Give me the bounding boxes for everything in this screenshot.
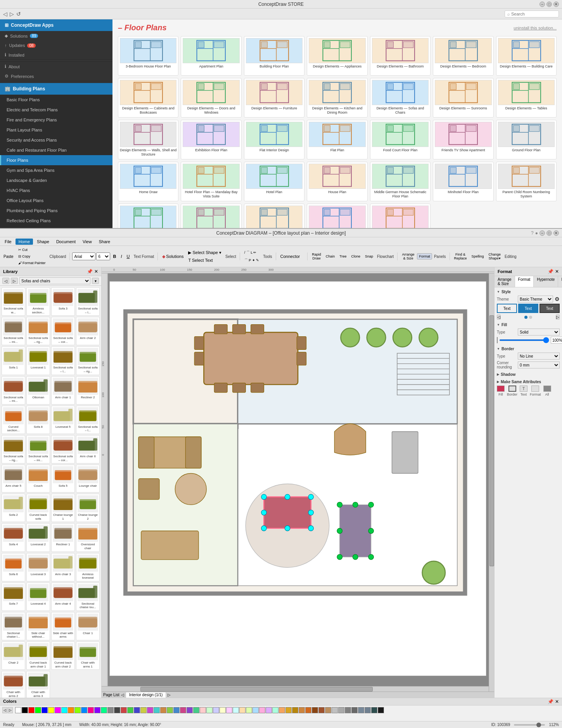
italic-button[interactable]: I bbox=[119, 253, 124, 260]
grid-item-23[interactable]: Hotel Plan bbox=[244, 162, 304, 201]
color-cell-48[interactable] bbox=[332, 707, 338, 713]
style-btn-3[interactable]: Text bbox=[540, 304, 560, 313]
lib-item-13[interactable]: Ottoman bbox=[26, 376, 50, 405]
color-cell-14[interactable] bbox=[107, 707, 114, 713]
font-size-select[interactable]: 6 bbox=[96, 252, 110, 260]
lib-item-30[interactable]: Chaise lounge 1 bbox=[51, 494, 75, 522]
color-cell-43[interactable] bbox=[299, 707, 305, 713]
color-cell-25[interactable] bbox=[180, 707, 186, 713]
color-cell-23[interactable] bbox=[167, 707, 173, 713]
lib-item-40[interactable]: Sofa 7 bbox=[2, 583, 25, 611]
lib-item-47[interactable]: Chair 1 bbox=[76, 612, 100, 640]
lib-item-34[interactable]: Recliner 1 bbox=[51, 523, 75, 552]
grid-item-8[interactable]: Design Elements — Doors and Windows bbox=[181, 78, 241, 118]
grid-item-6[interactable]: Design Elements — Building Care bbox=[496, 36, 557, 76]
library-dropdown-btn[interactable]: ▾ bbox=[92, 278, 99, 284]
sidebar-nav-cafe-and-restaurant-floor-plan[interactable]: Cafe and Restaurant Floor Plan bbox=[0, 145, 112, 155]
color-cell-28[interactable] bbox=[200, 707, 206, 713]
lib-item-44[interactable]: Sectional chaise l... bbox=[2, 612, 25, 640]
lib-item-28[interactable]: Sofa 2 bbox=[2, 494, 25, 522]
library-forward-btn[interactable]: ▷ bbox=[11, 278, 18, 284]
color-cell-26[interactable] bbox=[187, 707, 193, 713]
color-cell-10[interactable] bbox=[81, 707, 87, 713]
arrange-size-button[interactable]: Arrange& Size bbox=[400, 251, 416, 261]
grid-item-7[interactable]: Design Elements — Cabinets and Bookcases bbox=[118, 78, 178, 118]
lib-item-31[interactable]: Chaise lounge 2 bbox=[76, 494, 100, 522]
color-cell-27[interactable] bbox=[193, 707, 199, 713]
color-cell-4[interactable] bbox=[42, 707, 48, 713]
lib-item-7[interactable]: Arm chair 2 bbox=[76, 317, 100, 345]
color-cell-15[interactable] bbox=[114, 707, 120, 713]
diag-minimize-button[interactable]: – bbox=[540, 230, 545, 236]
grid-item-32[interactable]: White House West Wing – 1st Floor bbox=[370, 204, 431, 228]
lib-item-17[interactable]: Sofa 8 bbox=[26, 406, 50, 434]
colors-pin-button[interactable]: 📌 bbox=[548, 699, 553, 704]
lib-item-52[interactable]: Chair with arms 2 bbox=[2, 671, 25, 698]
make-same-border-btn[interactable]: Border bbox=[507, 386, 517, 396]
color-nav-prev[interactable]: ◁ bbox=[2, 707, 7, 713]
color-cell-30[interactable] bbox=[213, 707, 219, 713]
grid-item-26[interactable]: Minihotel Floor Plan bbox=[433, 162, 493, 201]
fill-opacity-input[interactable] bbox=[551, 337, 562, 344]
select-text-button[interactable]: T Select Text bbox=[186, 257, 223, 264]
lib-item-53[interactable]: Chair with arms 3 bbox=[26, 671, 50, 698]
canvas-body[interactable]: 0 50 100 150 bbox=[102, 273, 494, 692]
lib-item-50[interactable]: Curved back arm chair 2 bbox=[51, 642, 75, 670]
solutions-button[interactable]: ◆ Solutions bbox=[160, 253, 185, 260]
sidebar-preferences-item[interactable]: ⚙ Preferences bbox=[0, 71, 112, 81]
library-close-button[interactable]: ✕ bbox=[94, 269, 98, 274]
grid-item-11[interactable]: Design Elements — Sofas and Chairs bbox=[370, 78, 431, 118]
lib-item-12[interactable]: Sectional sofa – mi... bbox=[2, 376, 25, 405]
copy-button[interactable]: ⊟ Copy bbox=[16, 253, 48, 259]
grid-item-29[interactable]: Single Family Detached Home Floor Plan bbox=[181, 204, 241, 228]
color-cell-32[interactable] bbox=[226, 707, 232, 713]
diag-maximize-button[interactable]: □ bbox=[546, 230, 552, 236]
sidebar-nav-plant-layout-plans[interactable]: Plant Layout Plans bbox=[0, 125, 112, 135]
border-section-title[interactable]: ▼ Border bbox=[497, 347, 560, 351]
color-cell-38[interactable] bbox=[266, 707, 272, 713]
rapid-button[interactable]: RapidDraw bbox=[310, 251, 323, 261]
canvas-area[interactable]: 0 50 100 150 200 250 300 bbox=[102, 267, 494, 698]
grid-item-16[interactable]: Flat Interior Design bbox=[244, 120, 304, 159]
underline-button[interactable]: U bbox=[125, 253, 131, 260]
style-section-title[interactable]: ▼ Style bbox=[497, 290, 560, 294]
search-input[interactable] bbox=[511, 12, 556, 16]
lib-item-45[interactable]: Side chair without... bbox=[26, 612, 50, 640]
grid-item-9[interactable]: Design Elements — Furniture bbox=[244, 78, 304, 118]
uninstall-link[interactable]: uninstall this solution... bbox=[514, 26, 557, 30]
style-prev-btn[interactable]: ◁ bbox=[497, 315, 501, 320]
style-btn-2[interactable]: Text bbox=[518, 304, 538, 313]
color-cell-37[interactable] bbox=[259, 707, 265, 713]
color-nav-next[interactable]: ▷ bbox=[8, 707, 13, 713]
sidebar-nav-reflected-ceiling-plans[interactable]: Reflected Ceiling Plans bbox=[0, 216, 112, 226]
format-tab-hypernote[interactable]: Hypernote bbox=[534, 276, 558, 287]
color-cell-34[interactable] bbox=[239, 707, 246, 713]
make-same-all-btn[interactable]: All bbox=[543, 386, 551, 396]
page-tab-interior[interactable]: Interior design (1/1) bbox=[126, 692, 166, 698]
color-cell-16[interactable] bbox=[121, 707, 127, 713]
grid-item-17[interactable]: Flat Plan bbox=[307, 120, 367, 159]
grid-item-27[interactable]: Parent Child Room Numbering System bbox=[496, 162, 557, 201]
menu-share[interactable]: Share bbox=[96, 239, 113, 245]
color-cell-45[interactable] bbox=[312, 707, 318, 713]
color-cell-35[interactable] bbox=[246, 707, 252, 713]
lib-item-18[interactable]: Loveseat 5 bbox=[51, 406, 75, 434]
grid-item-4[interactable]: Design Elements — Bathroom bbox=[370, 36, 431, 76]
grid-item-22[interactable]: Hotel Floor Plan — Mandalay Bay Vista Su… bbox=[181, 162, 241, 201]
lib-item-3[interactable]: Sectional sofa – l... bbox=[76, 287, 100, 316]
color-cell-40[interactable] bbox=[279, 707, 285, 713]
hscroll-thumb[interactable] bbox=[140, 687, 373, 692]
canvas-horizontal-scrollbar[interactable] bbox=[102, 686, 489, 692]
grid-item-28[interactable]: Sento Layout Floor Plan bbox=[118, 204, 178, 228]
color-cell-5[interactable] bbox=[48, 707, 54, 713]
lib-item-5[interactable]: Sectional sofa – rig... bbox=[26, 317, 50, 345]
format-button[interactable]: Format bbox=[417, 253, 432, 259]
grid-item-21[interactable]: Home Draw bbox=[118, 162, 178, 201]
sidebar-installed-item[interactable]: ℹ Installed bbox=[0, 50, 112, 60]
lib-item-10[interactable]: Sectional sofa – l... bbox=[51, 346, 75, 375]
color-cell-1[interactable] bbox=[22, 707, 28, 713]
draw-tools-row1[interactable]: / ⌒ L ✏ bbox=[242, 249, 261, 256]
make-same-fill-btn[interactable]: Fill bbox=[497, 386, 505, 396]
connector-button[interactable]: Connector bbox=[278, 253, 302, 260]
lib-item-24[interactable]: Arm chair 5 bbox=[2, 465, 25, 493]
